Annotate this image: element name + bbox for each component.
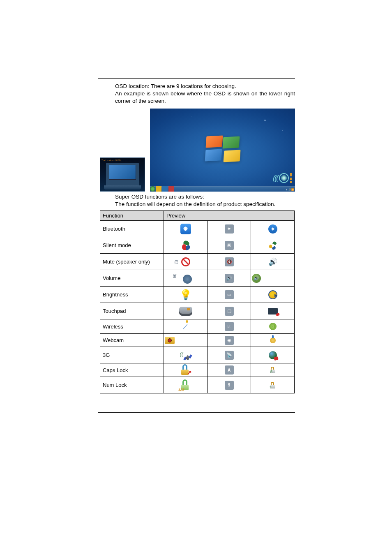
table-row: Volume ((( 🔊 🔊 [100,270,295,287]
osd-functions-table: Function Preview Bluetooth ⁕ ⁕ ⁕ Silent … [100,210,295,393]
bluetooth-icon-large: ⁕ [180,224,191,234]
mute-icon-square: 🔇 [225,257,234,266]
preview-images-row: The Location of OSD ✦ · · ((( [100,109,295,192]
wireless-icon-large: ⟀ [183,321,188,332]
brightness-icon-round [268,290,277,299]
numlock-icon-large: 123 [181,380,191,390]
numlock-icon-square: 9 [225,381,234,390]
intro-text: OSD location: There are 9 locations for … [115,83,295,105]
after-images-text: Super OSD functions are as follows: The … [115,193,295,208]
taskbar: ▲ 🔊 📶 [150,186,295,192]
webcam-icon-large [165,337,175,344]
table-row: Num Lock 123 9 9 [100,377,295,393]
laptop-icon [106,163,139,185]
webcam-icon-square: ◉ [225,336,234,345]
func-volume: Volume [100,270,164,287]
table-row: Webcam ◉ [100,334,295,347]
func-numlock: Num Lock [100,377,164,393]
table-row: 3G (( 📡 [100,347,295,363]
bluetooth-icon-round: ⁕ [268,224,277,234]
webcam-icon-small [270,338,276,343]
wireless-icon-square: ⟀ [225,322,234,331]
capslock-icon-small: A [270,367,276,373]
func-brightness: Brightness [100,287,164,303]
functions-line2: The function will depend on the definiti… [115,201,295,208]
top-divider [98,78,295,79]
osd-location-preview: The Location of OSD [100,157,145,192]
start-button-icon [150,186,155,192]
table-header-row: Function Preview [100,211,295,221]
volume-icon-square: 🔊 [225,274,234,283]
bottom-divider [98,412,295,413]
silent-fan-icon-small [269,241,277,250]
header-preview: Preview [164,211,295,221]
osd-overlay-icon: ((( [273,173,292,183]
func-touchpad: Touchpad [100,303,164,319]
mute-icon-small: 🔊 [268,257,277,266]
functions-line1: Super OSD functions are as follows: [115,193,295,201]
func-bluetooth: Bluetooth [100,221,164,237]
wireless-icon-round [269,323,277,330]
3g-icon-square: 📡 [225,351,234,360]
func-mute: Mute (speaker only) [100,254,164,270]
func-3g: 3G [100,347,164,363]
header-function: Function [100,211,164,221]
3g-icon-globe [269,351,277,359]
silent-icon-square: ❋ [225,241,234,250]
silent-fan-icon-large [180,240,191,251]
func-webcam: Webcam [100,334,164,347]
laptop-caption: The Location of OSD [101,159,121,162]
touchpad-icon-square: ▢ [225,307,234,316]
intro-line2: An example is shown below where the OSD … [115,90,295,105]
func-silent: Silent mode [100,237,164,254]
table-row: Caps Lock ↗ A A [100,363,295,377]
touchpad-icon-large [179,307,192,316]
table-row: Touchpad ▢ [100,303,295,319]
brightness-icon-square: ▭ [225,290,234,299]
mute-icon-large: ((( [181,257,190,266]
touchpad-icon-small [268,308,278,314]
numlock-icon-small: 9 [270,382,276,388]
windows-logo-icon [205,135,240,162]
intro-line1: OSD location: There are 9 locations for … [115,83,295,90]
capslock-icon-large: ↗ [181,365,191,375]
table-row: Wireless ⟀ ⟀ [100,319,295,334]
desktop-screenshot: ✦ · · ((( ▲ 🔊 📶 [150,109,295,192]
brightness-bulb-icon: 💡 [180,289,192,301]
table-row: Bluetooth ⁕ ⁕ ⁕ [100,221,295,237]
volume-icon-small: 🔊 [252,274,261,283]
func-wireless: Wireless [100,319,164,334]
func-capslock: Caps Lock [100,363,164,377]
bluetooth-icon-square: ⁕ [225,224,234,234]
table-row: Mute (speaker only) ((( 🔇 🔊 [100,254,295,270]
volume-icon-large: ((( [180,273,192,284]
table-row: Brightness 💡 ▭ [100,287,295,303]
capslock-icon-square: A [225,365,234,375]
3g-icon-large: (( [180,350,191,361]
table-row: Silent mode ❋ [100,237,295,254]
